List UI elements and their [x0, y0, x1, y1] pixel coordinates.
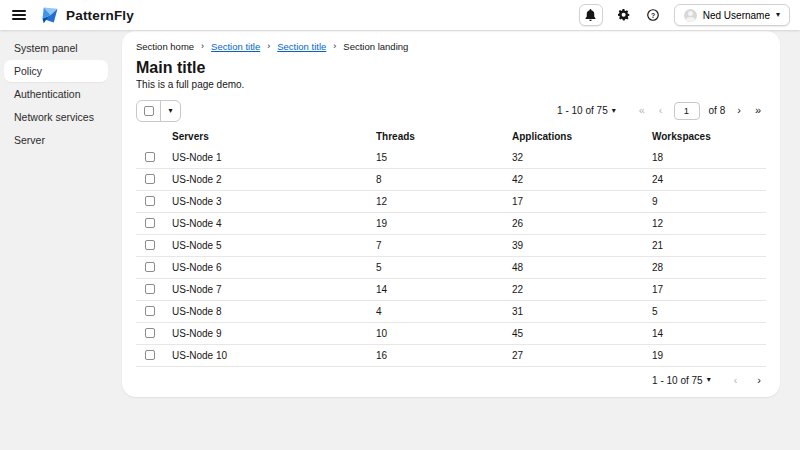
- server-name-cell: US-Node 9: [172, 328, 376, 339]
- bulk-select-checkbox[interactable]: [137, 101, 161, 121]
- main-content: Section home›Section title›Section title…: [112, 30, 800, 450]
- table-row: US-Node 10162719: [136, 345, 766, 367]
- brand: PatternFly: [40, 5, 134, 25]
- row-checkbox[interactable]: [145, 262, 155, 272]
- workspaces-cell: 19: [652, 350, 766, 361]
- chevron-down-icon: ▾: [612, 107, 616, 115]
- breadcrumb-item: Section home: [136, 41, 194, 52]
- page-title: Main title: [136, 58, 766, 77]
- total-pages-label: of 8: [709, 105, 726, 116]
- table-row: US-Node 9104514: [136, 323, 766, 345]
- masthead: PatternFly ? Ned Username ▾: [0, 0, 800, 30]
- row-checkbox-cell: [136, 284, 172, 296]
- help-button[interactable]: ?: [645, 7, 661, 23]
- workspaces-cell: 28: [652, 262, 766, 273]
- hamburger-icon[interactable]: [12, 10, 26, 20]
- applications-cell: 22: [512, 284, 652, 295]
- breadcrumb-item: Section landing: [343, 41, 408, 52]
- workspaces-cell: 24: [652, 174, 766, 185]
- notification-bell-button[interactable]: [579, 4, 603, 26]
- server-name-cell: US-Node 10: [172, 350, 376, 361]
- sidebar-item-authentication[interactable]: Authentication: [4, 83, 108, 105]
- workspaces-cell: 5: [652, 306, 766, 317]
- row-checkbox[interactable]: [145, 306, 155, 316]
- applications-cell: 39: [512, 240, 652, 251]
- row-checkbox[interactable]: [145, 350, 155, 360]
- threads-cell: 7: [376, 240, 512, 251]
- workspaces-cell: 18: [652, 152, 766, 163]
- threads-cell: 5: [376, 262, 512, 273]
- row-checkbox-cell: [136, 174, 172, 186]
- patternfly-logo-icon: [40, 5, 60, 25]
- checkbox-icon: [144, 106, 154, 116]
- applications-cell: 31: [512, 306, 652, 317]
- applications-cell: 26: [512, 218, 652, 229]
- table-header-row: Servers Threads Applications Workspaces: [136, 126, 766, 147]
- workspaces-cell: 12: [652, 218, 766, 229]
- pagination-range-label: 1 - 10 of 75: [557, 105, 608, 116]
- last-page-button[interactable]: »: [750, 103, 766, 118]
- sidebar-item-system-panel[interactable]: System panel: [4, 37, 108, 59]
- server-name-cell: US-Node 6: [172, 262, 376, 273]
- avatar: [684, 9, 697, 22]
- applications-cell: 42: [512, 174, 652, 185]
- next-page-button[interactable]: ›: [752, 373, 766, 388]
- bulk-select-dropdown-toggle[interactable]: ▾: [161, 101, 180, 121]
- row-checkbox-cell: [136, 262, 172, 274]
- pagination-range-menu[interactable]: 1 - 10 of 75 ▾: [652, 375, 711, 386]
- threads-cell: 16: [376, 350, 512, 361]
- next-page-button[interactable]: ›: [732, 103, 746, 118]
- row-checkbox[interactable]: [145, 152, 155, 162]
- server-name-cell: US-Node 4: [172, 218, 376, 229]
- sidebar-item-policy[interactable]: Policy: [4, 60, 108, 82]
- row-checkbox-cell: [136, 218, 172, 230]
- threads-cell: 10: [376, 328, 512, 339]
- row-checkbox[interactable]: [145, 240, 155, 250]
- brand-name: PatternFly: [66, 8, 134, 23]
- row-checkbox-cell: [136, 350, 172, 362]
- breadcrumb-item[interactable]: Section title: [277, 41, 326, 52]
- table-row: US-Node 84315: [136, 301, 766, 323]
- chevron-down-icon: ▾: [776, 11, 780, 19]
- row-checkbox[interactable]: [145, 174, 155, 184]
- column-header-threads[interactable]: Threads: [376, 131, 512, 142]
- sidebar-item-network-services[interactable]: Network services: [4, 106, 108, 128]
- row-checkbox[interactable]: [145, 284, 155, 294]
- applications-cell: 45: [512, 328, 652, 339]
- chevron-down-icon: ▾: [707, 376, 711, 384]
- applications-cell: 32: [512, 152, 652, 163]
- current-page-input[interactable]: [674, 102, 700, 120]
- help-icon: ?: [647, 9, 659, 21]
- servers-table: Servers Threads Applications Workspaces …: [136, 126, 766, 367]
- row-checkbox[interactable]: [145, 328, 155, 338]
- first-page-button[interactable]: «: [634, 103, 650, 118]
- server-name-cell: US-Node 1: [172, 152, 376, 163]
- user-menu-button[interactable]: Ned Username ▾: [674, 4, 790, 26]
- threads-cell: 15: [376, 152, 512, 163]
- pagination-range-menu[interactable]: 1 - 10 of 75 ▾: [557, 105, 616, 116]
- top-pagination: 1 - 10 of 75 ▾ « ‹ of 8 › »: [557, 102, 766, 120]
- applications-cell: 48: [512, 262, 652, 273]
- row-checkbox[interactable]: [145, 196, 155, 206]
- settings-button[interactable]: [616, 7, 632, 23]
- table-row: US-Node 4192612: [136, 213, 766, 235]
- previous-page-button[interactable]: ‹: [729, 373, 743, 388]
- bottom-pagination: 1 - 10 of 75 ▾ ‹ ›: [136, 368, 766, 392]
- column-header-servers[interactable]: Servers: [172, 131, 376, 142]
- threads-cell: 19: [376, 218, 512, 229]
- workspaces-cell: 17: [652, 284, 766, 295]
- column-header-applications[interactable]: Applications: [512, 131, 652, 142]
- applications-cell: 17: [512, 196, 652, 207]
- chevron-right-icon: ›: [333, 41, 336, 51]
- sidebar-item-server[interactable]: Server: [4, 129, 108, 151]
- toolbar: ▾ 1 - 10 of 75 ▾ « ‹ of 8 › »: [136, 99, 766, 122]
- workspaces-cell: 21: [652, 240, 766, 251]
- pagination-range-label: 1 - 10 of 75: [652, 375, 703, 386]
- threads-cell: 12: [376, 196, 512, 207]
- row-checkbox[interactable]: [145, 218, 155, 228]
- applications-cell: 27: [512, 350, 652, 361]
- breadcrumb-item[interactable]: Section title: [211, 41, 260, 52]
- table-row: US-Node 1153218: [136, 147, 766, 169]
- previous-page-button[interactable]: ‹: [654, 103, 668, 118]
- column-header-workspaces[interactable]: Workspaces: [652, 131, 766, 142]
